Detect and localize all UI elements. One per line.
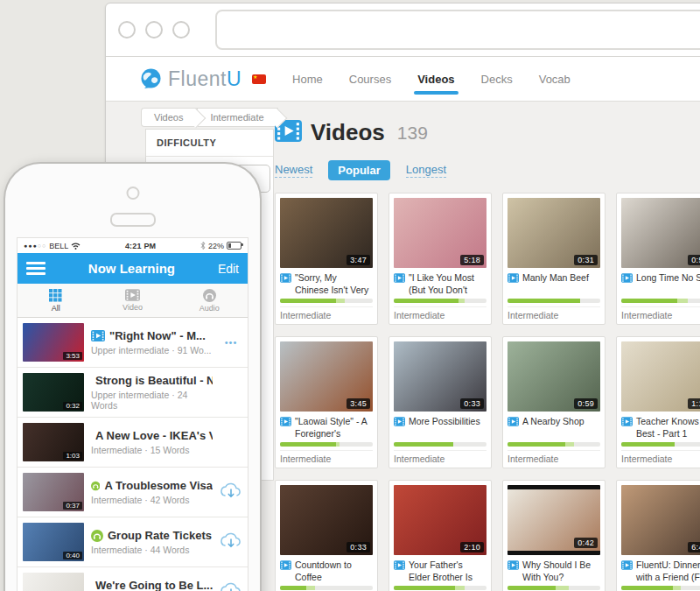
list-item[interactable]: 3:53 "Right Now" - M... Upper intermedia… <box>18 318 248 368</box>
sort-tab-popular[interactable]: Popular <box>328 160 389 180</box>
learning-list: 3:53 "Right Now" - M... Upper intermedia… <box>18 318 248 591</box>
duration-badge: 1:14 <box>688 398 700 409</box>
phone-status-bar: ●●●○○ BELL 4:21 PM 22% <box>18 238 248 253</box>
duration-badge: 0:42 <box>574 538 598 548</box>
video-film-icon <box>508 560 519 570</box>
download-button[interactable] <box>220 531 242 552</box>
progress-bar <box>280 586 373 590</box>
nav-item-videos[interactable]: Videos <box>416 60 456 98</box>
video-card[interactable]: 0:33 Countdown to Coffee Intermediate <box>275 480 378 591</box>
duration-badge: 0:31 <box>574 255 598 265</box>
progress-bar <box>280 299 373 303</box>
list-item[interactable]: 0:40 Group Rate Tickets Intermediate · 4… <box>18 517 248 567</box>
video-film-icon <box>621 417 633 426</box>
duration-badge: 6:42 <box>688 542 700 552</box>
video-film-icon <box>394 273 405 283</box>
video-thumbnail[interactable]: 0:33 <box>280 485 373 555</box>
nav-item-decks[interactable]: Decks <box>480 60 514 98</box>
nav-item-home[interactable]: Home <box>290 60 325 98</box>
video-thumbnail[interactable]: 0:33 <box>394 341 486 412</box>
progress-bar <box>280 442 373 447</box>
sort-tab-newest[interactable]: Newest <box>275 163 312 178</box>
video-card[interactable]: 2:10 Your Father's Elder Brother Is Call… <box>388 480 492 591</box>
duration-badge: 5:18 <box>460 255 484 265</box>
difficulty-label: Intermediate <box>621 450 700 464</box>
progress-bar <box>621 586 700 590</box>
video-thumbnail[interactable]: 0:59 <box>508 341 600 412</box>
list-item[interactable]: 1:03 A New Love - IKEA's Viral... Interm… <box>18 418 248 468</box>
battery-icon <box>227 242 242 250</box>
video-thumbnail[interactable]: 5:18 <box>394 198 486 268</box>
breadcrumb-item-intermediate[interactable]: Intermediate <box>197 108 277 127</box>
screenshot-stage: FluentU ★ HomeCoursesVideosDecksVocab Vi… <box>0 0 700 591</box>
video-card[interactable]: 5:18 "I Like You Most (But You Don't Kno… <box>388 193 492 325</box>
video-title: "Sorry, My Chinese Isn't Very Good" - <box>280 272 373 297</box>
item-thumbnail: 0:40 <box>23 523 84 561</box>
videos-main: Videos 139 NewestPopularLongest 3:47 "So… <box>275 119 700 591</box>
video-thumbnail[interactable]: 2:10 <box>394 485 486 555</box>
sort-tab-longest[interactable]: Longest <box>406 163 446 178</box>
media-tab-all[interactable]: All <box>18 284 94 317</box>
clock-label: 4:21 PM <box>80 242 200 250</box>
video-card[interactable]: 6:42 FluentU: Dinner with a Friend (Full… <box>616 480 700 591</box>
window-close-button[interactable] <box>118 21 136 39</box>
duration-badge: 3:47 <box>346 255 370 265</box>
hamburger-menu-icon[interactable] <box>26 262 46 275</box>
video-title: More Possibilities <box>394 416 486 440</box>
nav-item-courses[interactable]: Courses <box>347 60 393 98</box>
video-thumbnail[interactable]: 0:56 <box>621 198 700 268</box>
progress-bar <box>394 586 486 590</box>
carrier-label: BELL <box>49 242 68 250</box>
page-title: Videos <box>311 119 385 146</box>
audio-headphones-icon <box>91 480 100 492</box>
media-tab-audio[interactable]: Audio <box>171 284 248 317</box>
video-card[interactable]: 3:45 "Laowai Style" - A Foreigner's Gang… <box>275 336 378 468</box>
download-button[interactable] <box>220 482 242 503</box>
video-title: Manly Man Beef <box>508 272 600 297</box>
site-navbar: FluentU ★ HomeCoursesVideosDecksVocab <box>106 57 700 101</box>
window-zoom-button[interactable] <box>172 21 190 39</box>
item-meta: Intermediate · 15 Words <box>91 445 213 455</box>
video-thumbnail[interactable]: 3:45 <box>280 341 373 412</box>
media-tab-video[interactable]: Video <box>94 284 172 317</box>
list-item[interactable]: 0:37 A Troublesome Visa Intermediate · 4… <box>18 468 248 517</box>
video-card[interactable]: 0:56 Long Time No See Intermediate <box>616 193 700 325</box>
video-card[interactable]: 0:42 Why Should I Be With You? Intermedi… <box>502 480 606 591</box>
edit-button[interactable]: Edit <box>218 262 239 276</box>
breadcrumb-item-videos[interactable]: Videos <box>141 108 197 127</box>
difficulty-label: Intermediate <box>621 306 700 320</box>
duration-badge: 0:40 <box>63 552 82 559</box>
cloud-download-icon <box>220 531 242 549</box>
more-menu-icon[interactable]: ••• <box>225 337 238 348</box>
video-card[interactable]: 0:59 A Nearby Shop Intermediate <box>502 336 606 468</box>
video-thumbnail[interactable]: 6:42 <box>621 485 700 555</box>
videos-count: 139 <box>397 123 428 144</box>
logo-text-u: U <box>227 67 242 90</box>
video-film-icon <box>508 273 519 283</box>
video-thumbnail[interactable]: 0:42 <box>508 485 600 555</box>
nav-item-vocab[interactable]: Vocab <box>537 60 572 98</box>
globe-icon <box>139 67 163 91</box>
url-bar[interactable] <box>215 10 700 50</box>
progress-bar <box>394 442 486 447</box>
list-item[interactable]: 0:25 We're Going to Be L... Intermediate… <box>18 567 248 591</box>
item-thumbnail: 0:37 <box>23 473 84 511</box>
item-title: A Troublesome Visa <box>91 479 213 492</box>
duration-badge: 2:10 <box>460 542 484 552</box>
app-header: Now Learning Edit <box>18 253 248 284</box>
video-card[interactable]: 3:47 "Sorry, My Chinese Isn't Very Good"… <box>275 193 378 325</box>
video-thumbnail[interactable]: 1:14 <box>621 341 700 412</box>
window-minimize-button[interactable] <box>145 21 163 39</box>
video-card[interactable]: 0:31 Manly Man Beef Intermediate <box>502 193 606 325</box>
fluentu-logo[interactable]: FluentU <box>139 67 242 91</box>
item-title: "Right Now" - M... <box>91 329 213 342</box>
difficulty-label: Intermediate <box>394 450 486 464</box>
video-thumbnail[interactable]: 0:31 <box>508 198 600 268</box>
video-card[interactable]: 1:14 Teacher Knows Best - Part 1 Interme… <box>616 336 700 468</box>
download-button[interactable] <box>220 581 242 591</box>
video-card[interactable]: 0:33 More Possibilities Intermediate <box>388 336 492 468</box>
list-item[interactable]: 0:32 Strong is Beautiful - Nike Upper in… <box>18 368 248 418</box>
video-thumbnail[interactable]: 3:47 <box>280 198 373 268</box>
chinese-flag-icon[interactable]: ★ <box>252 74 266 84</box>
grid-icon <box>49 289 62 302</box>
